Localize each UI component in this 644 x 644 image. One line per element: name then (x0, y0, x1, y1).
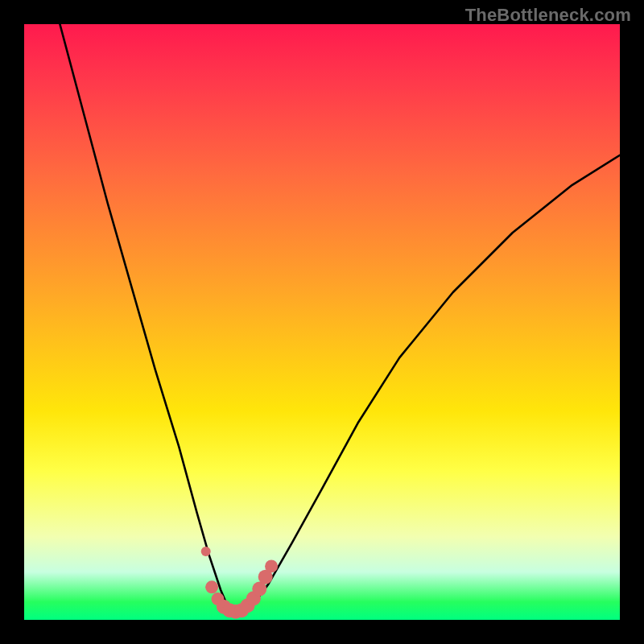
highlight-marker (265, 559, 278, 572)
highlight-marker (205, 580, 218, 593)
watermark-text: TheBottleneck.com (465, 5, 631, 26)
highlight-band (201, 547, 278, 619)
chart-area (24, 24, 620, 620)
bottleneck-curve (60, 24, 620, 614)
highlight-marker (201, 547, 211, 556)
bottleneck-plot (24, 24, 620, 620)
